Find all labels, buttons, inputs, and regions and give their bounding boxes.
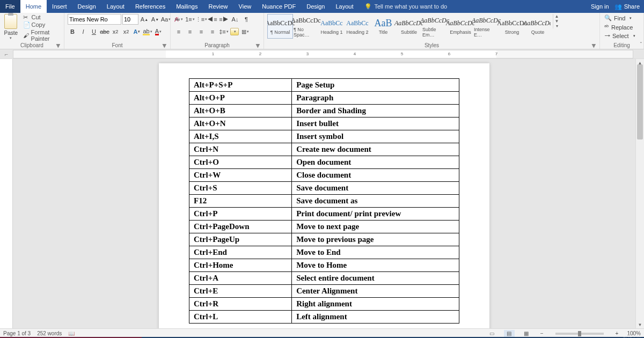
font-color-button[interactable]: A [153, 26, 163, 37]
styles-gallery[interactable]: AaBbCcDc¶ NormalAaBbCcDc¶ No Spac…AaBbCc… [267, 14, 551, 39]
menu-tab-layout[interactable]: Layout [330, 0, 358, 13]
table-cell[interactable]: Center Alignment [292, 285, 459, 298]
style-emphasis[interactable]: AaBbCcDcEmphasis [448, 14, 473, 39]
italic-button[interactable]: I [78, 26, 88, 37]
page[interactable]: Alt+P+S+PPage SetupAlt+O+PParagraphAlt+O… [159, 63, 489, 328]
scroll-thumb[interactable] [637, 64, 643, 139]
table-cell[interactable]: Paragraph [292, 92, 459, 105]
underline-button[interactable]: U [89, 26, 99, 37]
menu-tab-nuance-pdf[interactable]: Nuance PDF [257, 0, 301, 13]
table-cell[interactable]: Ctrl+L [189, 311, 292, 324]
cut-button[interactable]: ✂Cut [23, 14, 61, 20]
format-painter-button[interactable]: 🖌Format Painter [23, 29, 61, 42]
table-cell[interactable]: Insert symbol [292, 130, 459, 143]
zoom-slider[interactable] [555, 333, 604, 335]
style-strong[interactable]: AaBbCcDcStrong [499, 14, 525, 39]
print-layout-button[interactable]: ▤ [504, 330, 515, 337]
table-cell[interactable]: Move to Home [292, 259, 459, 272]
table-cell[interactable]: Page Setup [292, 79, 459, 92]
tell-me-search[interactable]: 💡 Tell me what you want to do [359, 0, 453, 13]
table-cell[interactable]: Ctrl+PageUp [189, 233, 292, 246]
menu-tab-file[interactable]: File [0, 0, 20, 13]
table-cell[interactable]: Move to next page [292, 221, 459, 233]
numbering-button[interactable]: 1≡ [185, 14, 195, 25]
menu-tab-home[interactable]: Home [20, 0, 47, 13]
superscript-button[interactable]: x2 [121, 26, 131, 37]
menu-tab-layout[interactable]: Layout [101, 0, 130, 13]
menu-tab-insert[interactable]: Insert [47, 0, 72, 13]
table-cell[interactable]: Print document/ print preview [292, 208, 459, 221]
paste-button[interactable]: Paste ▾ [3, 14, 19, 40]
style-intense-e-[interactable]: AaBbCcDcIntense E… [473, 14, 499, 39]
table-cell[interactable]: Close document [292, 169, 459, 182]
table-cell[interactable]: Ctrl+Home [189, 259, 292, 272]
change-case-button[interactable]: Aa [161, 14, 171, 25]
menu-tab-design[interactable]: Design [301, 0, 330, 13]
line-spacing-button[interactable]: ‡≡ [219, 26, 229, 37]
table-cell[interactable]: Open document [292, 156, 459, 169]
style--normal[interactable]: AaBbCcDc¶ Normal [267, 14, 293, 39]
styles-scroll-down[interactable]: ▼ [553, 19, 560, 24]
read-mode-button[interactable]: ▭ [487, 330, 497, 337]
menu-tab-review[interactable]: Review [203, 0, 233, 13]
horizontal-ruler[interactable]: 1234567 [13, 50, 633, 58]
styles-scroll-up[interactable]: ▲ [553, 14, 560, 19]
table-cell[interactable]: Save document as [292, 195, 459, 208]
select-button[interactable]: ⭢Select▾ [603, 32, 636, 40]
scroll-down-button[interactable]: ▼ [636, 321, 644, 328]
table-cell[interactable]: Move to End [292, 246, 459, 259]
text-effects-button[interactable]: A [132, 26, 142, 37]
font-size-select[interactable] [122, 14, 138, 25]
multilevel-button[interactable]: ⋮≡ [196, 14, 206, 25]
document-scroll[interactable]: Alt+P+S+PPage SetupAlt+O+PParagraphAlt+O… [13, 59, 635, 328]
page-indicator[interactable]: Page 1 of 3 [3, 330, 31, 336]
table-cell[interactable]: Select entire document [292, 272, 459, 285]
copy-button[interactable]: 📄Copy [23, 21, 61, 28]
style-subtle-em-[interactable]: AaBbCcDcSubtle Em… [422, 14, 448, 39]
menu-tab-design[interactable]: Design [72, 0, 101, 13]
align-center-button[interactable]: ≡ [185, 26, 195, 37]
highlight-button[interactable]: ab [143, 26, 152, 37]
borders-button[interactable]: ⊞ [240, 26, 250, 37]
table-cell[interactable]: Insert bullet [292, 117, 459, 130]
style-quote[interactable]: AaBbCcDcQuote [525, 14, 551, 39]
style-heading-2[interactable]: AaBbCcHeading 2 [345, 14, 370, 39]
table-cell[interactable]: Ctrl+E [189, 285, 292, 298]
style-heading-1[interactable]: AaBbCcHeading 1 [319, 14, 345, 39]
menu-tab-mailings[interactable]: Mailings [171, 0, 203, 13]
bold-button[interactable]: B [68, 26, 77, 37]
table-cell[interactable]: Move to previous page [292, 233, 459, 246]
style--no-spac-[interactable]: AaBbCcDc¶ No Spac… [293, 14, 319, 39]
table-cell[interactable]: Left alignment [292, 311, 459, 324]
table-cell[interactable]: Ctrl+S [189, 182, 292, 195]
table-cell[interactable]: Save document [292, 182, 459, 195]
paragraph-launcher-icon[interactable]: ⯆ [255, 43, 260, 48]
table-cell[interactable]: F12 [189, 195, 292, 208]
styles-more-button[interactable]: ▾ [553, 24, 560, 28]
table-cell[interactable]: Ctrl+R [189, 298, 292, 311]
table-cell[interactable]: Alt+I,S [189, 130, 292, 143]
table-cell[interactable]: Alt+O+N [189, 117, 292, 130]
table-cell[interactable]: Ctrl+P [189, 208, 292, 221]
font-launcher-icon[interactable]: ⯆ [162, 43, 167, 48]
table-cell[interactable]: Ctrl+PageDown [189, 221, 292, 233]
table-cell[interactable]: Alt+O+P [189, 92, 292, 105]
strikethrough-button[interactable]: abc [100, 26, 109, 37]
clipboard-launcher-icon[interactable]: ⯆ [56, 43, 61, 48]
table-cell[interactable]: Ctrl+A [189, 272, 292, 285]
subscript-button[interactable]: x2 [111, 26, 120, 37]
grow-font-button[interactable]: A▲ [140, 14, 149, 25]
vertical-scrollbar[interactable]: ▲ ▼ [635, 59, 644, 328]
show-marks-button[interactable]: ¶ [241, 14, 251, 25]
increase-indent-button[interactable]: ≡⯈ [219, 14, 229, 25]
menu-tab-references[interactable]: References [130, 0, 171, 13]
table-cell[interactable]: Ctrl+O [189, 156, 292, 169]
ruler-corner[interactable]: ⌐ [0, 49, 13, 59]
sort-button[interactable]: A↓ [230, 14, 240, 25]
web-layout-button[interactable]: ▦ [521, 330, 532, 337]
table-cell[interactable]: Create new document [292, 143, 459, 156]
align-left-button[interactable]: ≡ [174, 26, 184, 37]
shading-button[interactable] [230, 28, 239, 35]
style-subtitle[interactable]: AaBbCcDcSubtitle [396, 14, 422, 39]
table-cell[interactable]: Ctrl+N [189, 143, 292, 156]
